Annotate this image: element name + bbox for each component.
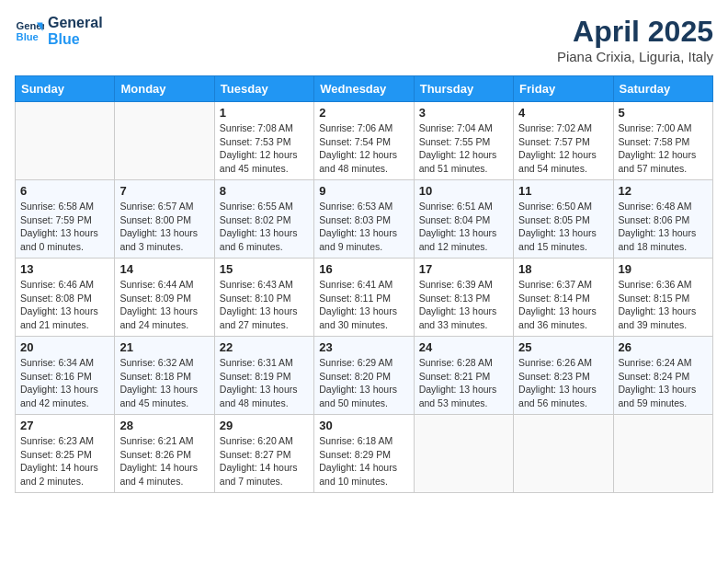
day-info: Sunrise: 7:08 AMSunset: 7:53 PMDaylight:…	[220, 121, 309, 176]
day-info: Sunrise: 6:29 AMSunset: 8:20 PMDaylight:…	[319, 356, 408, 410]
day-number: 19	[619, 262, 708, 276]
day-number: 4	[518, 106, 608, 120]
calendar-cell: 18Sunrise: 6:37 AMSunset: 8:14 PMDayligh…	[514, 259, 613, 337]
day-number: 13	[20, 262, 109, 276]
calendar-cell: 25Sunrise: 6:26 AMSunset: 8:23 PMDayligh…	[514, 337, 613, 415]
calendar-cell: 13Sunrise: 6:46 AMSunset: 8:08 PMDayligh…	[16, 259, 115, 337]
day-info: Sunrise: 6:36 AMSunset: 8:15 PMDaylight:…	[619, 278, 708, 332]
day-number: 23	[319, 340, 408, 354]
calendar-week-2: 6Sunrise: 6:58 AMSunset: 7:59 PMDaylight…	[16, 180, 713, 259]
day-number: 28	[119, 419, 209, 432]
svg-text:Blue: Blue	[17, 30, 39, 41]
day-number: 8	[220, 184, 309, 198]
calendar-cell: 19Sunrise: 6:36 AMSunset: 8:15 PMDayligh…	[613, 259, 712, 337]
day-info: Sunrise: 7:06 AMSunset: 7:54 PMDaylight:…	[319, 121, 408, 176]
logo: General Blue General Blue	[15, 15, 103, 47]
calendar-cell: 23Sunrise: 6:29 AMSunset: 8:20 PMDayligh…	[314, 337, 414, 415]
column-header-monday: Monday	[115, 76, 214, 102]
day-number: 18	[518, 262, 608, 276]
column-header-thursday: Thursday	[414, 76, 513, 102]
calendar-cell: 22Sunrise: 6:31 AMSunset: 8:19 PMDayligh…	[214, 337, 313, 415]
day-info: Sunrise: 6:57 AMSunset: 8:00 PMDaylight:…	[119, 200, 209, 254]
day-info: Sunrise: 6:21 AMSunset: 8:26 PMDaylight:…	[119, 434, 209, 488]
logo-text-general: General	[48, 15, 103, 31]
calendar-cell: 10Sunrise: 6:51 AMSunset: 8:04 PMDayligh…	[414, 180, 513, 259]
day-info: Sunrise: 6:50 AMSunset: 8:05 PMDaylight:…	[518, 200, 608, 254]
day-number: 25	[518, 340, 608, 354]
calendar-week-3: 13Sunrise: 6:46 AMSunset: 8:08 PMDayligh…	[16, 259, 713, 337]
day-info: Sunrise: 6:18 AMSunset: 8:29 PMDaylight:…	[319, 434, 408, 488]
calendar-cell: 29Sunrise: 6:20 AMSunset: 8:27 PMDayligh…	[214, 415, 313, 493]
day-number: 2	[319, 106, 408, 120]
day-number: 20	[20, 340, 109, 354]
day-info: Sunrise: 7:00 AMSunset: 7:58 PMDaylight:…	[619, 121, 708, 176]
location-title: Piana Crixia, Liguria, Italy	[557, 49, 713, 64]
calendar-cell: 2Sunrise: 7:06 AMSunset: 7:54 PMDaylight…	[314, 102, 414, 180]
calendar-cell: 1Sunrise: 7:08 AMSunset: 7:53 PMDaylight…	[214, 102, 313, 180]
calendar-cell: 9Sunrise: 6:53 AMSunset: 8:03 PMDaylight…	[314, 180, 414, 259]
day-info: Sunrise: 6:34 AMSunset: 8:16 PMDaylight:…	[20, 356, 109, 410]
calendar-cell: 11Sunrise: 6:50 AMSunset: 8:05 PMDayligh…	[514, 180, 613, 259]
calendar-cell: 16Sunrise: 6:41 AMSunset: 8:11 PMDayligh…	[314, 259, 414, 337]
day-info: Sunrise: 6:44 AMSunset: 8:09 PMDaylight:…	[119, 278, 209, 332]
day-number: 11	[518, 184, 608, 198]
day-number: 16	[319, 262, 408, 276]
calendar-cell	[16, 102, 115, 180]
calendar-cell: 17Sunrise: 6:39 AMSunset: 8:13 PMDayligh…	[414, 259, 513, 337]
day-info: Sunrise: 6:43 AMSunset: 8:10 PMDaylight:…	[220, 278, 309, 332]
day-info: Sunrise: 6:32 AMSunset: 8:18 PMDaylight:…	[119, 356, 209, 410]
day-info: Sunrise: 6:46 AMSunset: 8:08 PMDaylight:…	[20, 278, 109, 332]
calendar-cell: 3Sunrise: 7:04 AMSunset: 7:55 PMDaylight…	[414, 102, 513, 180]
calendar-cell: 14Sunrise: 6:44 AMSunset: 8:09 PMDayligh…	[115, 259, 214, 337]
calendar-cell: 30Sunrise: 6:18 AMSunset: 8:29 PMDayligh…	[314, 415, 414, 493]
calendar-cell: 5Sunrise: 7:00 AMSunset: 7:58 PMDaylight…	[613, 102, 712, 180]
calendar-cell: 7Sunrise: 6:57 AMSunset: 8:00 PMDaylight…	[115, 180, 214, 259]
column-header-tuesday: Tuesday	[214, 76, 313, 102]
logo-icon: General Blue	[15, 17, 44, 46]
calendar-cell: 28Sunrise: 6:21 AMSunset: 8:26 PMDayligh…	[115, 415, 214, 493]
calendar-cell: 8Sunrise: 6:55 AMSunset: 8:02 PMDaylight…	[214, 180, 313, 259]
calendar-cell	[514, 415, 613, 493]
day-info: Sunrise: 6:55 AMSunset: 8:02 PMDaylight:…	[220, 200, 309, 254]
column-header-wednesday: Wednesday	[314, 76, 414, 102]
day-info: Sunrise: 6:39 AMSunset: 8:13 PMDaylight:…	[419, 278, 508, 332]
day-number: 3	[419, 106, 508, 120]
day-info: Sunrise: 7:04 AMSunset: 7:55 PMDaylight:…	[419, 121, 508, 176]
day-number: 24	[419, 340, 508, 354]
day-number: 17	[419, 262, 508, 276]
day-info: Sunrise: 7:02 AMSunset: 7:57 PMDaylight:…	[518, 121, 608, 176]
column-header-saturday: Saturday	[613, 76, 712, 102]
calendar-body: 1Sunrise: 7:08 AMSunset: 7:53 PMDaylight…	[16, 102, 713, 493]
day-number: 29	[220, 419, 309, 432]
calendar-cell	[115, 102, 214, 180]
day-number: 12	[619, 184, 708, 198]
title-area: April 2025 Piana Crixia, Liguria, Italy	[557, 15, 713, 64]
day-number: 22	[220, 340, 309, 354]
day-number: 6	[20, 184, 109, 198]
calendar-table: SundayMondayTuesdayWednesdayThursdayFrid…	[15, 75, 713, 493]
day-number: 26	[619, 340, 708, 354]
day-info: Sunrise: 6:48 AMSunset: 8:06 PMDaylight:…	[619, 200, 708, 254]
calendar-cell: 4Sunrise: 7:02 AMSunset: 7:57 PMDaylight…	[514, 102, 613, 180]
day-number: 21	[119, 340, 209, 354]
calendar-cell: 6Sunrise: 6:58 AMSunset: 7:59 PMDaylight…	[16, 180, 115, 259]
calendar-cell: 15Sunrise: 6:43 AMSunset: 8:10 PMDayligh…	[214, 259, 313, 337]
day-info: Sunrise: 6:28 AMSunset: 8:21 PMDaylight:…	[419, 356, 508, 410]
calendar-cell: 26Sunrise: 6:24 AMSunset: 8:24 PMDayligh…	[613, 337, 712, 415]
calendar-cell: 21Sunrise: 6:32 AMSunset: 8:18 PMDayligh…	[115, 337, 214, 415]
day-number: 9	[319, 184, 408, 198]
calendar-week-1: 1Sunrise: 7:08 AMSunset: 7:53 PMDaylight…	[16, 102, 713, 180]
day-number: 7	[119, 184, 209, 198]
page-header: General Blue General Blue April 2025 Pia…	[15, 15, 713, 64]
day-number: 30	[319, 419, 408, 432]
day-info: Sunrise: 6:23 AMSunset: 8:25 PMDaylight:…	[20, 434, 109, 488]
day-info: Sunrise: 6:53 AMSunset: 8:03 PMDaylight:…	[319, 200, 408, 254]
day-number: 27	[20, 419, 109, 432]
calendar-week-4: 20Sunrise: 6:34 AMSunset: 8:16 PMDayligh…	[16, 337, 713, 415]
day-number: 15	[220, 262, 309, 276]
day-number: 1	[220, 106, 309, 120]
day-info: Sunrise: 6:58 AMSunset: 7:59 PMDaylight:…	[20, 200, 109, 254]
day-info: Sunrise: 6:26 AMSunset: 8:23 PMDaylight:…	[518, 356, 608, 410]
day-number: 5	[619, 106, 708, 120]
column-header-friday: Friday	[514, 76, 613, 102]
